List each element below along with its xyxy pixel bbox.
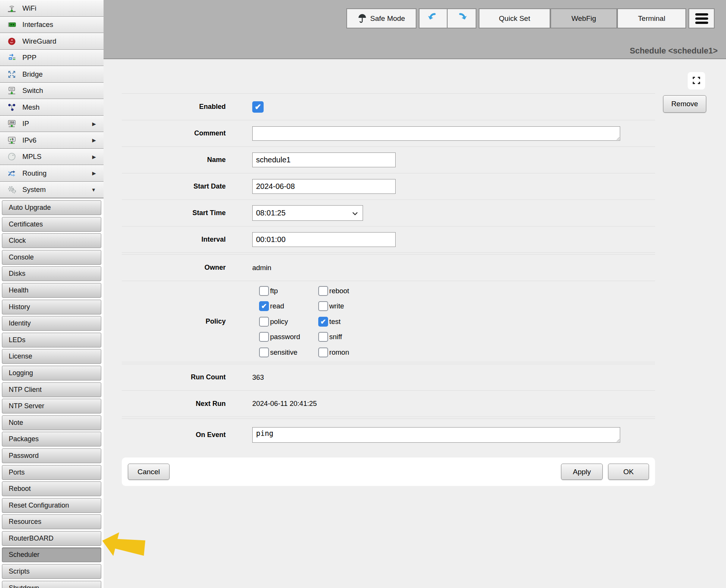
apply-button[interactable]: Apply [561, 464, 603, 480]
system-submenu-item[interactable]: Certificates [2, 217, 101, 232]
menu-hamburger-button[interactable] [688, 8, 715, 28]
submenu-item-label: Console [9, 253, 34, 261]
sidebar-item-switch[interactable]: Switch [0, 83, 104, 99]
policy-checkbox[interactable] [318, 301, 328, 311]
svg-text:6: 6 [12, 137, 14, 141]
sidebar-item-ppp[interactable]: PPP [0, 50, 104, 66]
action-button-bar: Cancel Apply OK [122, 458, 655, 486]
mpls-icon [6, 151, 17, 162]
run-count-value: 363 [252, 373, 264, 382]
system-submenu-item[interactable]: NTP Client [2, 382, 101, 397]
submenu-item-label: Packages [9, 435, 39, 443]
row-start-time: Start Time 08:01:25 [122, 200, 655, 226]
system-submenu-item[interactable]: Scripts [2, 564, 101, 579]
policy-checkbox[interactable] [318, 286, 328, 296]
sidebar-item-routing[interactable]: Routing ▶ [0, 165, 104, 182]
start-date-label: Start Date [122, 182, 226, 190]
sidebar-item-wireguard[interactable]: WireGuard [0, 33, 104, 50]
sidebar-item-mesh[interactable]: Mesh [0, 99, 104, 116]
comment-input[interactable] [252, 126, 620, 141]
ip-icon: 255 [6, 118, 17, 129]
ok-button[interactable]: OK [608, 464, 649, 480]
tab-quick-set[interactable]: Quick Set [479, 8, 550, 28]
policy-checkbox[interactable] [318, 332, 328, 342]
system-submenu-item[interactable]: Console [2, 250, 101, 265]
start-time-select[interactable]: 08:01:25 [252, 205, 363, 221]
chevron-right-icon: ▶ [92, 121, 96, 127]
system-submenu-item[interactable]: Disks [2, 266, 101, 281]
policy-checkbox[interactable] [318, 347, 328, 357]
interval-input[interactable] [252, 232, 396, 247]
system-submenu-item[interactable]: NTP Server [2, 399, 101, 413]
row-interval: Interval [122, 226, 655, 253]
sidebar-item-mpls[interactable]: MPLS ▶ [0, 149, 104, 165]
sidebar-item-interfaces[interactable]: Interfaces [0, 17, 104, 33]
sidebar-item-label: Bridge [22, 70, 96, 79]
system-submenu-item[interactable]: License [2, 349, 101, 364]
policy-checkbox[interactable] [259, 347, 269, 357]
system-submenu-item[interactable]: Resources [2, 514, 101, 529]
sidebar: WiFi Interfaces WireGuard PPP Bridge [0, 0, 104, 588]
start-date-input[interactable] [252, 179, 396, 194]
redo-button[interactable] [448, 8, 476, 28]
policy-checkbox[interactable] [318, 317, 328, 327]
system-submenu-item[interactable]: Note [2, 415, 101, 430]
safe-mode-button[interactable]: Safe Mode [346, 8, 416, 28]
policy-checkbox[interactable] [259, 317, 269, 327]
system-submenu-item[interactable]: Scheduler [2, 547, 101, 562]
submenu-item-label: Scripts [9, 568, 30, 575]
system-submenu-item[interactable]: Password [2, 448, 101, 463]
tab-terminal[interactable]: Terminal [617, 8, 686, 28]
sidebar-item-ipv6[interactable]: v6 IPv6 ▶ [0, 132, 104, 149]
system-submenu-item[interactable]: Identity [2, 316, 101, 331]
policy-checkbox[interactable] [259, 332, 269, 342]
sidebar-item-label: Switch [22, 86, 96, 95]
row-run-count: Run Count 363 [122, 364, 655, 390]
bridge-icon [6, 69, 17, 80]
policy-option-label: sniff [329, 333, 342, 341]
system-submenu-item[interactable]: RouterBOARD [2, 531, 101, 546]
policy-option: ftp [259, 283, 318, 299]
submenu-item-label: Health [9, 286, 28, 294]
undo-button[interactable] [419, 8, 448, 28]
run-count-label: Run Count [122, 373, 226, 381]
on-event-input[interactable]: ping [252, 427, 620, 443]
chevron-right-icon: ▶ [92, 154, 96, 160]
policy-option-label: sensitive [270, 348, 297, 357]
policy-checkbox[interactable] [259, 286, 269, 296]
submenu-item-label: Disks [9, 270, 25, 278]
system-submenu-item[interactable]: Clock [2, 233, 101, 248]
system-submenu-item[interactable]: History [2, 300, 101, 314]
system-submenu-item[interactable]: Ports [2, 465, 101, 480]
fullscreen-button[interactable] [688, 72, 705, 90]
submenu-item-label: Reset Configuration [9, 502, 69, 509]
submenu-item-label: Reboot [9, 485, 31, 493]
submenu-item-label: Identity [9, 319, 31, 327]
system-submenu-item[interactable]: Reboot [2, 481, 101, 496]
undo-icon [427, 11, 439, 25]
submenu-item-label: Ports [9, 469, 25, 476]
policy-checkbox[interactable] [259, 301, 269, 311]
system-submenu-item[interactable]: Logging [2, 366, 101, 380]
system-submenu-item[interactable]: Shutdown [2, 581, 101, 588]
row-owner: Owner admin [122, 254, 655, 281]
name-input[interactable] [252, 153, 396, 167]
remove-button[interactable]: Remove [663, 95, 706, 113]
submenu-item-label: Scheduler [9, 551, 39, 559]
system-submenu-item[interactable]: Packages [2, 432, 101, 447]
tab-webfig[interactable]: WebFig [550, 8, 617, 28]
submenu-item-label: LEDs [9, 336, 25, 344]
sidebar-item-bridge[interactable]: Bridge [0, 66, 104, 83]
routing-icon [6, 168, 17, 179]
sidebar-item-label: Mesh [22, 103, 96, 112]
sidebar-item-ip[interactable]: 255 IP ▶ [0, 116, 104, 132]
system-submenu-item[interactable]: LEDs [2, 333, 101, 347]
system-submenu-item[interactable]: Reset Configuration [2, 498, 101, 513]
submenu-item-label: Logging [9, 369, 33, 377]
enabled-checkbox[interactable] [252, 101, 264, 113]
sidebar-item-wifi[interactable]: WiFi [0, 0, 104, 17]
system-submenu-item[interactable]: Health [2, 283, 101, 298]
sidebar-item-system[interactable]: System ▼ [0, 182, 104, 198]
cancel-button[interactable]: Cancel [128, 464, 170, 480]
system-submenu-item[interactable]: Auto Upgrade [2, 200, 101, 215]
